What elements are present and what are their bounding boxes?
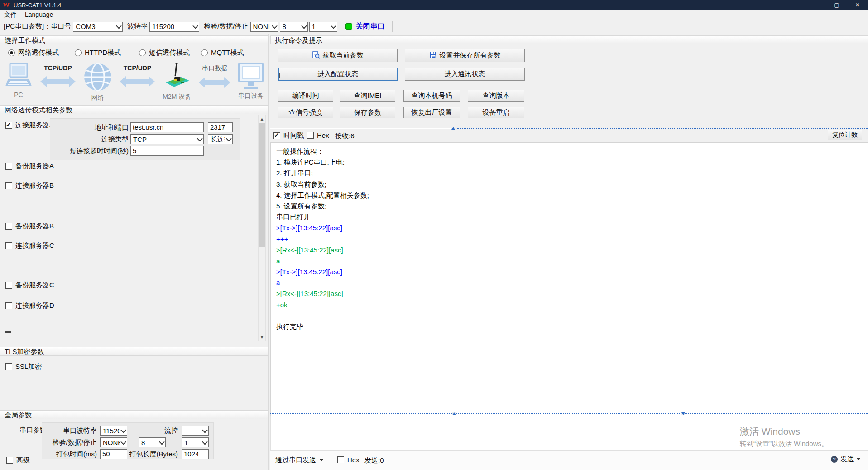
query-imei-button[interactable]: 查询IMEI: [340, 90, 395, 102]
left-panel: 选择工作模式 网络透传模式 HTTPD模式 短信透传模式 MQTT模式: [0, 34, 268, 470]
chevron-down-icon: [331, 23, 336, 29]
clipped-list-item: [5, 331, 11, 333]
radio-sms-transparent-mode[interactable]: 短信透传模式: [139, 48, 190, 57]
log-line: +++: [271, 234, 868, 245]
chevron-down-icon: [159, 439, 165, 445]
checkbox-timestamp[interactable]: 时间戳: [273, 131, 304, 140]
pack-time-label: 打包时间(ms): [42, 450, 97, 459]
double-arrow-icon: [120, 76, 155, 87]
log-line: a: [271, 277, 868, 288]
checkbox-backup-server-a[interactable]: 备份服务器A: [5, 162, 54, 170]
laptop-icon: [5, 63, 33, 90]
serial-parity-select[interactable]: NONE: [100, 437, 127, 447]
server-a-address-input[interactable]: test.usr.cn: [130, 122, 204, 132]
radio-httpd-mode[interactable]: HTTPD模式: [75, 48, 121, 57]
menu-language[interactable]: Language: [21, 10, 57, 19]
conn-mode-select[interactable]: 长连接: [208, 134, 233, 144]
checkbox-icon: [5, 363, 12, 370]
checkbox-connect-server-b[interactable]: 连接服务器B: [5, 181, 54, 190]
checkbox-icon: [337, 456, 344, 463]
save-params-button[interactable]: 保存参数: [340, 107, 395, 118]
mode-diagram: PC TCP/UDP: [0, 63, 268, 102]
diagram-link-3: 串口数据: [199, 64, 230, 88]
device-restart-button[interactable]: 设备重启: [468, 107, 524, 118]
checkbox-backup-server-b[interactable]: 备份服务器B: [5, 222, 54, 231]
window-title: USR-CAT1 V1.1.4: [14, 2, 61, 9]
baud-label: 波特率: [127, 22, 148, 31]
log-line: 4. 选择工作模式,配置相关参数;: [271, 190, 868, 201]
conn-type-select[interactable]: TCP: [130, 134, 204, 144]
log-line: >[Rx<-][13:45:22][asc]: [271, 245, 868, 256]
checkbox-connect-server-d[interactable]: 连接服务器D: [5, 301, 54, 310]
scroll-down-icon[interactable]: ▼: [259, 333, 265, 341]
databits-select[interactable]: 8: [280, 22, 308, 32]
menu-bar: 文件 Language: [0, 10, 868, 20]
radio-mqtt-mode[interactable]: MQTT模式: [201, 48, 244, 57]
enter-config-state-button[interactable]: 进入配置状态: [278, 68, 398, 81]
query-phone-number-button[interactable]: 查询本机号码: [403, 90, 460, 102]
log-line: 一般操作流程：: [271, 146, 868, 157]
parity-select[interactable]: NONI: [250, 22, 278, 32]
menu-file[interactable]: 文件: [0, 10, 21, 19]
log-line: [271, 310, 868, 321]
pack-time-input[interactable]: 50: [100, 449, 127, 459]
send-button[interactable]: ? 发送: [831, 455, 860, 464]
flow-control-select[interactable]: [182, 426, 209, 436]
stopbits-select[interactable]: 1: [309, 22, 337, 32]
server-a-port-input[interactable]: 2317: [208, 122, 233, 132]
checkbox-backup-server-c[interactable]: 备份服务器C: [5, 281, 54, 290]
chevron-down-icon: [116, 23, 122, 29]
diagram-serial-label: 串口设备: [238, 92, 264, 100]
log-splitter[interactable]: [270, 126, 868, 130]
compile-time-button[interactable]: 编译时间: [278, 90, 333, 102]
com-port-select[interactable]: COM3: [73, 22, 123, 32]
globe-icon: [83, 63, 112, 93]
send-splitter[interactable]: [270, 412, 868, 416]
baud-select[interactable]: 115200: [149, 22, 199, 32]
splitter-collapse-icon[interactable]: [452, 412, 456, 415]
query-version-button[interactable]: 查询版本: [468, 90, 524, 102]
enter-comm-state-button[interactable]: 进入通讯状态: [405, 68, 525, 81]
send-via-serial-dropdown[interactable]: 通过串口发送: [275, 456, 323, 465]
set-save-params-button[interactable]: 设置并保存所有参数: [405, 49, 525, 62]
checkbox-icon: [6, 457, 13, 464]
server-a-panel: 地址和端口 test.usr.cn 2317 连接类型 TCP 长连接 短连接超…: [50, 118, 240, 160]
sent-count-label: 发送:0: [364, 456, 384, 465]
radio-net-transparent-mode[interactable]: 网络透传模式: [8, 48, 59, 57]
serial-baud-select[interactable]: 115200: [100, 426, 127, 436]
chevron-down-icon: [202, 439, 208, 445]
diagram-network-label: 网络: [91, 94, 104, 102]
chevron-down-icon: [120, 439, 126, 445]
checkbox-connect-server-a[interactable]: 连接服务器A: [5, 121, 54, 130]
query-signal-button[interactable]: 查信号强度: [278, 107, 333, 118]
checkbox-send-hex[interactable]: Hex: [337, 456, 360, 464]
checkbox-advanced[interactable]: 高级: [6, 456, 30, 465]
recv-count-label: 接收:6: [335, 132, 355, 141]
port-open-indicator-icon: [345, 23, 352, 30]
checkbox-connect-server-c[interactable]: 连接服务器C: [5, 242, 54, 250]
maximize-button[interactable]: ▢: [826, 0, 847, 10]
close-serial-button[interactable]: 关闭串口: [345, 22, 385, 31]
splitter-collapse-icon[interactable]: [451, 127, 455, 130]
log-line: >[Tx->][13:45:22][asc]: [271, 266, 868, 277]
diagram-network-node: 网络: [83, 63, 112, 102]
short-conn-timeout-input[interactable]: 5: [130, 146, 204, 156]
serial-stopbits-select[interactable]: 1: [182, 437, 209, 447]
get-params-button[interactable]: 获取当前参数: [278, 49, 398, 62]
reset-count-button[interactable]: 复位计数: [828, 130, 862, 140]
close-button[interactable]: ✕: [847, 0, 868, 10]
factory-reset-button[interactable]: 恢复出厂设置: [403, 107, 460, 118]
checkbox-recv-hex[interactable]: Hex: [307, 131, 329, 139]
checkbox-ssl[interactable]: SSL加密: [5, 363, 42, 371]
log-output-area[interactable]: 一般操作流程： 1. 模块连PC串口,上电; 2. 打开串口; 3. 获取当前参…: [270, 142, 868, 442]
tls-header: TLS加密参数: [0, 347, 268, 356]
chevron-down-icon: [320, 459, 323, 461]
pack-length-input[interactable]: 1024: [182, 449, 209, 459]
net-params-scrollbar[interactable]: ▲ ▼: [258, 115, 266, 341]
scroll-up-icon[interactable]: ▲: [259, 115, 265, 123]
chevron-down-icon: [301, 23, 307, 29]
scrollbar-thumb[interactable]: [259, 123, 265, 247]
splitter-collapse-icon[interactable]: [681, 412, 685, 415]
minimize-button[interactable]: ─: [806, 0, 826, 10]
serial-databits-select[interactable]: 8: [139, 437, 166, 447]
